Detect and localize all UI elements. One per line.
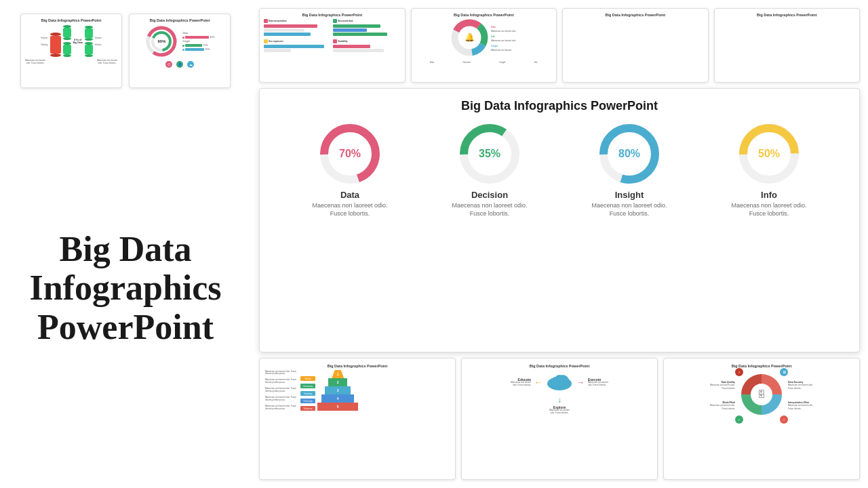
svg-point-21 — [555, 375, 564, 384]
double-donut: 90% — [144, 24, 178, 58]
barrel-label-velocity: Velocity — [41, 43, 47, 46]
cloud-execute: Execute Maecenas non laoreetodio. Fusce … — [588, 378, 608, 387]
barrel-bottom-labels: Maecenas non laoreet odio. Fusce loborti… — [25, 60, 117, 64]
top-thumbnails-right: Big Data Infographics PowerPoint Data in… — [251, 0, 868, 88]
arrow-down: ↓ — [557, 395, 561, 405]
thumb-circular-title: Big Data Infographics PowerPoint — [669, 364, 854, 368]
pyramid-triangle: 1 2 3 4 5 — [317, 370, 358, 411]
left-panel: Big Data Infographics PowerPoint Volume … — [0, 0, 251, 488]
donut-decision-name: Decision — [471, 190, 508, 200]
right-barrels — [85, 26, 93, 57]
circular-diagram-svg: 🗄 ✓ 🖥 ✓ ✓ — [738, 371, 785, 421]
thumb4-title: Big Data Infographics PowerPoint — [416, 13, 553, 17]
barrel-green-group — [63, 25, 71, 57]
donut-data-wrapper: 70% — [319, 123, 380, 184]
thumb2-title: Big Data Infographics PowerPoint — [134, 18, 226, 22]
cloud-educate: Educate Maecenas non laoreetodio. Fusce … — [511, 378, 531, 387]
svg-text:🔔: 🔔 — [465, 32, 475, 42]
page-container: Big Data Infographics PowerPoint Volume … — [0, 0, 868, 488]
donut-info-wrapper: 50% — [738, 123, 800, 184]
donut-insight-name: Insight — [615, 190, 644, 200]
arrow-left: ← — [534, 378, 542, 388]
thumb-pyramid-title: Big Data Infographics PowerPoint — [265, 364, 450, 368]
thumb2-icons: ⏱ 👤 ☁ — [134, 61, 226, 68]
pie-bottom-labels: Data Decision Insight Info — [416, 61, 553, 64]
donut-decision: 35% Decision Maecenas non laoreet odio. … — [446, 123, 534, 218]
thumbnail-extra1[interactable]: Big Data Infographics PowerPoint — [562, 8, 709, 83]
cloud-icon — [546, 371, 573, 393]
donut-insight-desc: Maecenas non laoreet odio. Fusce loborti… — [585, 202, 673, 218]
thumb4-content: 🔔 Data Maecenas non laoreet odio. Info M… — [416, 19, 553, 59]
thumb2-bars: Data 45% Insight 70% — [182, 32, 214, 51]
main-title-area: Big Data Infographics PowerPoint — [20, 102, 231, 474]
donut-decision-percent: 35% — [479, 148, 500, 160]
4vs-label: 4 Vs ofBig Data — [73, 39, 83, 44]
pyramid-color-labels: Value Veracity Variety Velocity Volume — [300, 376, 315, 411]
circular-right-labels: Data SecurityMaecenas non laoreet odio.F… — [788, 381, 813, 411]
circular-left-labels: Data QualityMaecenas non laoreet odio.Fu… — [710, 381, 735, 411]
featured-donuts-row: 70% Data Maecenas non laoreet odio. Fusc… — [273, 123, 846, 218]
barrel-right-labels: Volume Volume — [95, 37, 102, 46]
donut-insight-wrapper: 80% — [599, 123, 660, 184]
thumb1-title: Big Data Infographics PowerPoint — [25, 18, 117, 22]
main-title-line1: Big Data Infographics — [29, 230, 221, 307]
pyramid-right: Value Veracity Variety Velocity Volume 1… — [300, 370, 358, 411]
thumbnail-pyramid[interactable]: Big Data Infographics PowerPoint Maecena… — [259, 358, 456, 480]
thumbnail-extra2[interactable]: Big Data Infographics PowerPoint — [714, 8, 861, 83]
circular-content: Data QualityMaecenas non laoreet odio.Fu… — [669, 371, 854, 421]
pyramid-content: Maecenas non laoreet odio. Fusce loborti… — [265, 370, 450, 411]
thumb2-content: 90% Data 45% Insight — [134, 24, 226, 58]
bottom-thumbnails: Big Data Infographics PowerPoint Maecena… — [251, 358, 868, 488]
barrel-red — [50, 33, 61, 57]
thumbnail-pie[interactable]: Big Data Infographics PowerPoint 🔔 — [411, 8, 557, 83]
thumb3-title: Big Data Infographics PowerPoint — [264, 13, 401, 17]
donut-decision-wrapper: 35% — [459, 123, 520, 184]
donut-insight: 80% Insight Maecenas non laoreet odio. F… — [585, 123, 673, 218]
cloud-content: Educate Maecenas non laoreetodio. Fusce … — [467, 371, 652, 415]
thumb3-content: Data interpretation Structured data — [264, 19, 401, 52]
mini-pie-chart: 🔔 — [451, 19, 488, 59]
main-title-line2: PowerPoint — [37, 308, 214, 346]
top-thumbnails-left: Big Data Infographics PowerPoint Volume … — [20, 14, 231, 88]
cloud-explore: Explore Maecenas non laoreetodio. Fusce … — [549, 405, 570, 415]
pyramid-labels: Maecenas non laoreet odio. Fusce loborti… — [265, 370, 298, 411]
main-title: Big Data Infographics PowerPoint — [29, 230, 221, 346]
barrel-label-volume1: Volume — [41, 37, 47, 39]
donut-info-name: Info — [761, 190, 777, 200]
donut-decision-desc: Maecenas non laoreet odio. Fusce loborti… — [446, 202, 534, 218]
svg-text:🗄: 🗄 — [757, 390, 766, 399]
pie-labels: Data Maecenas non laoreet odio. Info Mae… — [491, 26, 516, 52]
right-panel: Big Data Infographics PowerPoint Data in… — [251, 0, 868, 488]
arrow-right: → — [576, 378, 585, 388]
donut-data-desc: Maecenas non laoreet odio. Fusce loborti… — [306, 202, 394, 218]
donut-data-percent: 70% — [339, 148, 361, 160]
donut-insight-percent: 80% — [618, 148, 640, 160]
donut-info: 50% Info Maecenas non laoreet odio. Fusc… — [725, 123, 813, 218]
thumb-cloud-title: Big Data Infographics PowerPoint — [467, 364, 652, 368]
thumbnail-comparison[interactable]: Big Data Infographics PowerPoint Data in… — [259, 8, 406, 83]
featured-card: Big Data Infographics PowerPoint 70% Dat… — [259, 88, 860, 352]
donut-data: 70% Data Maecenas non laoreet odio. Fusc… — [306, 123, 394, 218]
thumbnail-circular[interactable]: Big Data Infographics PowerPoint Data Qu… — [663, 358, 860, 480]
featured-title: Big Data Infographics PowerPoint — [273, 99, 846, 113]
thumbnail-cloud[interactable]: Big Data Infographics PowerPoint Educate… — [461, 358, 658, 480]
thumbnail-barrels[interactable]: Big Data Infographics PowerPoint Volume … — [20, 14, 122, 88]
donut-info-percent: 50% — [758, 148, 780, 160]
thumbnail-donut-red[interactable]: Big Data Infographics PowerPoint 90% — [129, 14, 231, 88]
donut-data-name: Data — [340, 190, 359, 200]
donut-info-desc: Maecenas non laoreet odio. Fusce loborti… — [725, 202, 813, 218]
